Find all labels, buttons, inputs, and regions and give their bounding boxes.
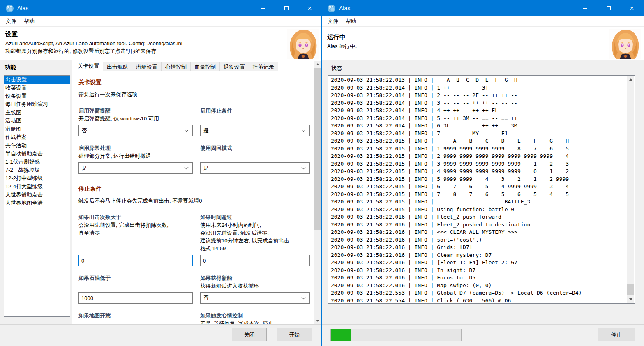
chevron-down-icon	[184, 167, 189, 170]
log-scrollbar[interactable]	[627, 76, 634, 303]
runner-header: 运行中 Alas 运行中。	[322, 27, 644, 60]
time-limit-input[interactable]	[200, 255, 310, 266]
start-button[interactable]: 开始	[277, 328, 312, 341]
maximize-button[interactable]	[597, 0, 620, 16]
sidebar-item[interactable]: 主线图	[4, 108, 70, 117]
sidebar-item[interactable]: 1-1伏击刷好感	[4, 158, 70, 166]
log-line: 2020-09-03 21:58:22.554 | INFO | Click (…	[331, 297, 626, 303]
log-line: 2020-09-03 21:58:22.016 | INFO | Focus t…	[331, 274, 626, 282]
tab[interactable]: 退役设置	[219, 62, 249, 71]
run-count-input[interactable]	[78, 255, 193, 266]
tab[interactable]: 出击舰队	[103, 62, 132, 71]
log-output[interactable]: 2020-09-03 21:58:22.013 | INFO | A B C D…	[331, 76, 626, 302]
stop-button[interactable]: 停止	[598, 328, 635, 341]
minimize-icon	[261, 8, 265, 9]
field-label: 如果石油低于	[78, 274, 193, 282]
sidebar-item[interactable]: 半自动辅助点击	[4, 150, 70, 158]
header-desc-2: 功能都是分别保存和运行的, 修改设置后别忘了点击"开始"来保存	[5, 47, 321, 55]
scroll-down-icon[interactable]	[314, 317, 321, 324]
desktop: Alas ✕ 文件 帮助 设置 AzurLaneAutoScript, An A…	[0, 0, 644, 346]
sidebar-item[interactable]: 设备设置	[4, 92, 70, 100]
sidebar-item[interactable]: 7-2三战拣垃圾	[4, 166, 70, 174]
sidebar-item[interactable]: 大世界地图全清	[4, 199, 70, 207]
sidebar-item[interactable]: 12-4打大型练级	[4, 182, 70, 191]
menu-help[interactable]: 帮助	[20, 16, 38, 27]
loop-mode-select[interactable]: 是	[200, 162, 310, 174]
sidebar-item[interactable]: 出击设置	[4, 76, 70, 84]
sidebar-item[interactable]: 共斗活动	[4, 141, 70, 150]
log-line: 2020-09-03 21:58:22.014 | INFO | 3 -- --…	[331, 99, 626, 107]
log-line: 2020-09-03 21:58:22.014 | INFO | 1 ++ --…	[331, 84, 626, 92]
menu-help[interactable]: 帮助	[342, 16, 360, 27]
log-line: 2020-09-03 21:58:22.015 | INFO | 5 9999 …	[331, 175, 626, 183]
tab[interactable]: 掉落记录	[249, 62, 278, 71]
menu-bar: 文件 帮助	[322, 16, 644, 27]
close-button[interactable]: 关闭	[232, 328, 267, 341]
scrollbar-thumb[interactable]	[314, 68, 321, 230]
caption-buttons: ✕	[251, 0, 321, 16]
section-help-stop: 触发后不会马上停止会先完成当前出击, 不需要就填0	[78, 197, 314, 204]
sidebar-item[interactable]: 收菜设置	[4, 84, 70, 92]
sidebar-item[interactable]: 大世界辅助点击	[4, 191, 70, 199]
title-bar[interactable]: Alas ✕	[322, 0, 644, 16]
sidebar-item[interactable]: 潜艇图	[4, 125, 70, 133]
menu-bar: 文件 帮助	[0, 16, 321, 27]
sidebar-item[interactable]: 作战档案	[4, 133, 70, 141]
tab[interactable]: 血量控制	[190, 62, 220, 71]
minimize-button[interactable]	[573, 0, 597, 16]
field-run-count: 如果出击次数大于 会沿用先前设置, 完成出击将扣除次数, 直至清零	[78, 214, 193, 266]
scroll-up-icon[interactable]	[627, 76, 634, 83]
field-help: 建议提前10分钟左右, 以完成当前出击.	[200, 237, 310, 245]
scroll-down-icon[interactable]	[627, 296, 634, 303]
scrollbar-thumb[interactable]	[627, 284, 634, 295]
title-bar[interactable]: Alas ✕	[0, 0, 321, 16]
tab[interactable]: 潜艇设置	[132, 62, 162, 71]
sidebar-item[interactable]: 12-2打中型练级	[4, 174, 70, 182]
stop-enable-select[interactable]: 是	[200, 125, 310, 136]
field-time-limit: 如果时间超过 使用未来24小时内的时间, 会沿用先前设置, 触发后清零. 建议提…	[200, 214, 310, 266]
close-window-button[interactable]: ✕	[298, 0, 321, 16]
log-line: 2020-09-03 21:58:22.016 | INFO | Fleet_2…	[331, 213, 626, 221]
field-label: 如果地图开荒	[78, 312, 193, 319]
close-window-button[interactable]: ✕	[620, 0, 644, 16]
tab[interactable]: 关卡设置	[74, 61, 103, 71]
popup-select[interactable]: 否	[78, 125, 193, 136]
menu-file[interactable]: 文件	[324, 16, 342, 27]
maximize-icon	[607, 6, 611, 10]
divider	[78, 210, 311, 210]
exception-select[interactable]: 是	[78, 162, 193, 174]
function-list: 出击设置收菜设置设备设置每日任务困难演习主线图活动图潜艇图作战档案共斗活动半自动…	[4, 75, 70, 317]
log-line: 2020-09-03 21:58:22.016 | INFO | In sigh…	[331, 267, 626, 274]
function-sidebar: 功能 出击设置收菜设置设备设置每日任务困难演习主线图活动图潜艇图作战档案共斗活动…	[0, 60, 72, 324]
menu-file[interactable]: 文件	[2, 16, 20, 27]
log-line: 2020-09-03 21:58:22.014 | INFO | 7 -- --…	[331, 130, 626, 138]
settings-scrollbar[interactable]	[314, 61, 321, 324]
window-title: Alas	[339, 5, 350, 12]
field-loop-mode: 使用周回模式 是	[200, 145, 310, 174]
progress-fill	[331, 329, 351, 341]
sidebar-item[interactable]: 每日任务困难演习	[4, 100, 70, 108]
header-desc-1: AzurLaneAutoScript, An Azur Lane automat…	[5, 39, 321, 47]
window-title: Alas	[17, 5, 28, 12]
log-line: 2020-09-03 21:58:22.015 | INFO | 1 9999 …	[331, 145, 626, 153]
field-help: 使用未来24小时内的时间,	[200, 221, 310, 229]
log-line: 2020-09-03 21:58:22.015 | INFO | A B C D…	[331, 137, 626, 145]
scroll-up-icon[interactable]	[314, 61, 321, 68]
field-help: 开启弹窗提醒, 仅 windows10 可用	[78, 115, 193, 122]
tab[interactable]: 心情控制	[161, 62, 191, 71]
settings-header: 设置 AzurLaneAutoScript, An Azur Lane auto…	[0, 27, 321, 60]
maximize-button[interactable]	[275, 0, 298, 16]
log-line: 2020-09-03 21:58:22.014 | INFO | 4 ++ ++…	[331, 107, 626, 115]
new-ship-select[interactable]: 否	[200, 292, 310, 304]
sidebar-item[interactable]: 活动图	[4, 117, 70, 125]
field-label: 使用周回模式	[200, 145, 310, 152]
chevron-down-icon	[301, 297, 306, 300]
minimize-button[interactable]	[251, 0, 275, 16]
close-icon: ✕	[307, 6, 312, 11]
chevron-down-icon	[184, 129, 189, 132]
select-value: 否	[82, 127, 87, 134]
maximize-icon	[284, 6, 289, 10]
oil-limit-input[interactable]	[78, 292, 193, 304]
select-value: 否	[203, 294, 209, 302]
log-line: 2020-09-03 21:58:22.014 | INFO | 2 -- --…	[331, 92, 626, 99]
